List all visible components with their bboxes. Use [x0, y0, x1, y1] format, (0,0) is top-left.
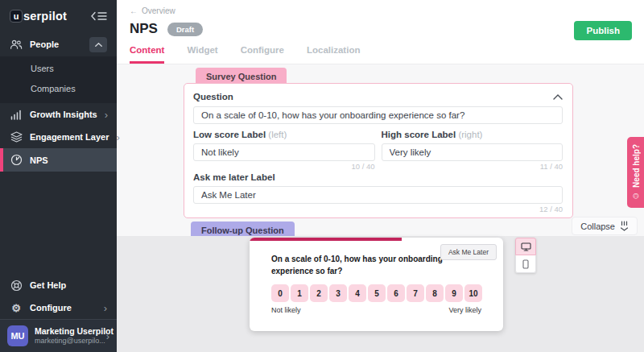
- chevron-right-icon: ›: [105, 110, 108, 120]
- chevron-right-icon: ›: [104, 303, 107, 313]
- sidebar-item-configure[interactable]: ⚙ Configure ›: [0, 296, 117, 319]
- page-title: NPS: [130, 21, 158, 37]
- low-score-label-text: Low score Label: [193, 130, 266, 139]
- scale-button-10[interactable]: 10: [464, 284, 482, 302]
- low-score-hint: (left): [268, 130, 287, 139]
- userpilot-logo: u serpilot: [10, 10, 67, 23]
- high-score-hint: (right): [458, 130, 482, 139]
- chevron-right-icon: ›: [116, 132, 119, 143]
- preview-high-label: Very likely: [448, 306, 481, 314]
- high-score-label: High score Label (right): [382, 130, 564, 139]
- userpilot-logo-text: serpilot: [23, 10, 67, 23]
- phone-icon: [522, 259, 529, 269]
- survey-question-card: Question Low score Label (left) 10 / 40: [184, 83, 573, 218]
- breadcrumb-back-link[interactable]: ← Overview: [130, 6, 175, 15]
- gauge-icon: [10, 154, 23, 166]
- sidebar-item-nps[interactable]: NPS: [0, 148, 117, 172]
- preview-low-label: Not likely: [271, 306, 301, 314]
- ask-later-label: Ask me later Label: [193, 172, 563, 182]
- back-arrow-icon: ←: [130, 6, 138, 15]
- bar-chart-icon: [10, 110, 23, 120]
- sidebar-logo-row: u serpilot: [0, 0, 117, 32]
- scale-button-8[interactable]: 8: [426, 284, 444, 302]
- sidebar-bottom-group: Get Help ⚙ Configure ›: [0, 274, 117, 319]
- scale-button-5[interactable]: 5: [368, 284, 386, 302]
- sidebar-item-users[interactable]: Users: [0, 58, 117, 78]
- low-score-counter: 10 / 40: [193, 163, 375, 170]
- progress-bar: [250, 238, 402, 241]
- need-help-label: Need help?: [631, 144, 640, 188]
- sidebar-collapse-icon[interactable]: [91, 11, 107, 21]
- tab-content[interactable]: Content: [130, 45, 164, 64]
- life-ring-icon: [10, 280, 23, 292]
- sidebar-item-get-help[interactable]: Get Help: [0, 274, 117, 296]
- scale-end-labels: Not likely Very likely: [271, 306, 481, 314]
- account-name: Marketing Userpilot: [35, 326, 100, 337]
- mobile-preview-button[interactable]: [515, 255, 536, 273]
- sidebar-item-label: Engagement Layer: [30, 132, 109, 142]
- chevron-right-icon: ›: [106, 331, 109, 342]
- sidebar-subitem-label: Users: [31, 64, 54, 73]
- tab-bar: Content Widget Configure Localization: [130, 45, 360, 64]
- account-text: Marketing Userpilot marketing@userpilo..…: [35, 326, 100, 346]
- sidebar-item-label: Configure: [30, 303, 72, 313]
- main-area: ← Overview NPS Draft Publish Content Wid…: [117, 0, 644, 352]
- tab-widget[interactable]: Widget: [187, 45, 217, 64]
- people-submenu: Users Companies: [0, 56, 117, 103]
- scale-button-7[interactable]: 7: [407, 284, 424, 302]
- sidebar-item-engagement-layer[interactable]: Engagement Layer ›: [0, 126, 117, 148]
- scale-button-4[interactable]: 4: [349, 284, 366, 302]
- nps-preview-card: Ask Me Later On a scale of 0-10, how has…: [250, 238, 503, 331]
- sidebar-item-label: Get Help: [30, 280, 66, 290]
- device-toggle: [515, 238, 536, 273]
- ask-me-later-button[interactable]: Ask Me Later: [440, 244, 497, 260]
- question-header: Question: [193, 91, 563, 102]
- status-badge: Draft: [167, 23, 203, 36]
- help-icon: ☺: [631, 191, 641, 201]
- scale-button-0[interactable]: 0: [271, 284, 289, 302]
- breadcrumb-label: Overview: [142, 6, 175, 15]
- score-labels-row: Low score Label (left) 10 / 40 High scor…: [193, 130, 563, 170]
- userpilot-logo-mark: u: [10, 10, 23, 23]
- tab-configure[interactable]: Configure: [241, 45, 284, 64]
- desktop-preview-button[interactable]: [515, 238, 536, 255]
- sidebar-item-people[interactable]: People: [0, 32, 117, 56]
- high-score-label-text: High score Label: [382, 130, 456, 139]
- scale-button-3[interactable]: 3: [329, 284, 347, 302]
- need-help-tab[interactable]: ☺ Need help?: [627, 137, 644, 208]
- high-score-input[interactable]: [382, 143, 564, 161]
- collapse-section-icon[interactable]: [553, 94, 563, 100]
- ask-later-input[interactable]: [193, 186, 563, 204]
- high-score-counter: 11 / 40: [382, 163, 564, 170]
- account-menu[interactable]: MU Marketing Userpilot marketing@userpil…: [0, 319, 117, 352]
- avatar: MU: [7, 325, 28, 346]
- people-collapse-button[interactable]: [89, 37, 107, 52]
- scale-button-9[interactable]: 9: [445, 284, 463, 302]
- sidebar-subitem-label: Companies: [31, 84, 76, 93]
- monitor-icon: [521, 242, 531, 251]
- low-score-label: Low score Label (left): [193, 130, 375, 139]
- scale-button-1[interactable]: 1: [291, 284, 308, 302]
- sidebar-item-companies[interactable]: Companies: [0, 78, 117, 98]
- ask-later-counter: 12 / 40: [193, 205, 563, 213]
- sidebar-item-label: NPS: [30, 155, 48, 165]
- question-label: Question: [193, 92, 233, 101]
- scale-button-6[interactable]: 6: [387, 284, 405, 302]
- need-help-inner: ☺ Need help?: [631, 144, 641, 201]
- sidebar-item-label: Growth Insights: [30, 110, 97, 119]
- question-input[interactable]: [193, 106, 563, 124]
- editor-content: Survey Question Question Low score Label…: [117, 64, 644, 236]
- nps-scale: 0 1 2 3 4 5 6 7 8 9 10: [271, 284, 503, 302]
- tab-localization[interactable]: Localization: [307, 45, 360, 64]
- low-score-field: Low score Label (left) 10 / 40: [193, 130, 375, 170]
- ask-later-field: Ask me later Label 12 / 40: [193, 172, 563, 213]
- sidebar-item-growth-insights[interactable]: Growth Insights ›: [0, 103, 117, 126]
- account-email: marketing@userpilo...: [35, 337, 100, 346]
- collapse-panel-icon: [620, 221, 629, 231]
- title-row: NPS Draft: [130, 21, 203, 37]
- collapse-preview-button[interactable]: Collapse: [572, 217, 638, 235]
- people-icon: [10, 39, 23, 51]
- publish-button[interactable]: Publish: [574, 21, 632, 40]
- scale-button-2[interactable]: 2: [310, 284, 328, 302]
- low-score-input[interactable]: [193, 143, 375, 161]
